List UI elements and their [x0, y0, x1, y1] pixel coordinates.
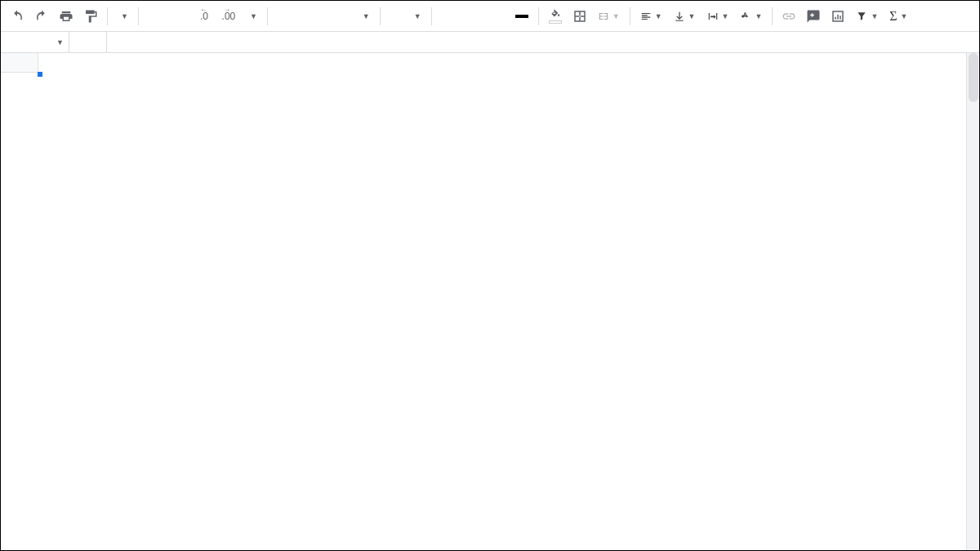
select-all-corner[interactable]	[1, 53, 38, 73]
rotation-icon	[740, 11, 751, 22]
chevron-down-icon: ▼	[612, 12, 620, 20]
filter-button[interactable]: ▼	[851, 5, 883, 28]
separator	[107, 7, 108, 25]
insert-comment-button[interactable]	[802, 5, 825, 28]
print-button[interactable]	[55, 5, 78, 28]
separator	[538, 7, 539, 25]
merge-cells-button[interactable]: ▼	[593, 5, 625, 28]
percent-button[interactable]	[168, 5, 191, 28]
font-size-dropdown[interactable]: ▼	[385, 5, 426, 28]
text-color-button[interactable]	[510, 5, 533, 28]
sigma-icon: Σ	[889, 9, 897, 24]
italic-button[interactable]	[461, 5, 484, 28]
chevron-down-icon: ▼	[121, 12, 128, 20]
merge-icon	[598, 11, 609, 22]
number-format-dropdown[interactable]: ▼	[242, 5, 262, 28]
separator	[431, 7, 432, 25]
horizontal-align-button[interactable]: ▼	[635, 5, 667, 28]
insert-chart-button[interactable]	[826, 5, 849, 28]
separator	[138, 7, 139, 25]
undo-button[interactable]	[6, 5, 29, 28]
decrease-decimal-button[interactable]: .0←	[193, 5, 216, 28]
fill-icon	[550, 8, 561, 20]
borders-button[interactable]	[568, 5, 591, 28]
chevron-down-icon: ▼	[56, 38, 64, 47]
formula-row: ▼	[1, 32, 979, 53]
chevron-down-icon: ▼	[688, 12, 696, 20]
chevron-down-icon: ▼	[250, 12, 257, 20]
currency-button[interactable]	[144, 5, 167, 28]
font-dropdown[interactable]: ▼	[273, 5, 375, 28]
chevron-down-icon: ▼	[722, 12, 729, 20]
strikethrough-button[interactable]	[486, 5, 509, 28]
separator	[772, 7, 773, 25]
text-wrap-button[interactable]: ▼	[702, 5, 734, 28]
text-color-swatch	[515, 15, 528, 18]
separator	[630, 7, 630, 25]
chevron-down-icon: ▼	[871, 12, 878, 20]
functions-button[interactable]: Σ▼	[884, 5, 912, 28]
fx-label	[69, 32, 107, 52]
text-rotation-button[interactable]: ▼	[735, 5, 767, 28]
vertical-scrollbar-thumb[interactable]	[969, 53, 978, 102]
separator	[380, 7, 381, 25]
chevron-down-icon: ▼	[755, 12, 762, 20]
fill-color-swatch	[549, 20, 562, 24]
paint-format-button[interactable]	[79, 5, 102, 28]
wrap-icon	[707, 11, 719, 22]
insert-link-button[interactable]	[777, 5, 800, 28]
increase-decimal-button[interactable]: .00→	[217, 5, 240, 28]
column-header-row	[38, 53, 979, 73]
toolbar: ▼ .0← .00→ ▼ ▼ ▼ ▼ ▼ ▼ ▼ ▼ ▼ Σ▼	[1, 1, 979, 32]
redo-button[interactable]	[30, 5, 53, 28]
formula-bar[interactable]	[107, 32, 979, 52]
bold-button[interactable]	[437, 5, 460, 28]
zoom-dropdown[interactable]: ▼	[113, 5, 133, 28]
separator	[267, 7, 268, 25]
chevron-down-icon: ▼	[414, 12, 421, 20]
name-box[interactable]: ▼	[1, 32, 69, 52]
row-header-column	[1, 53, 38, 550]
filter-icon	[856, 11, 867, 22]
chevron-down-icon: ▼	[901, 12, 908, 20]
valign-bottom-icon	[674, 11, 685, 22]
fill-color-button[interactable]	[544, 5, 567, 28]
chevron-down-icon: ▼	[363, 12, 370, 20]
chevron-down-icon: ▼	[655, 12, 662, 20]
spreadsheet: ▾	[1, 53, 979, 550]
selection-outline	[38, 73, 42, 76]
vertical-align-button[interactable]: ▼	[669, 5, 701, 28]
align-left-icon	[640, 11, 652, 22]
vertical-scrollbar[interactable]	[966, 53, 979, 550]
grid-area: ▾	[38, 53, 979, 550]
